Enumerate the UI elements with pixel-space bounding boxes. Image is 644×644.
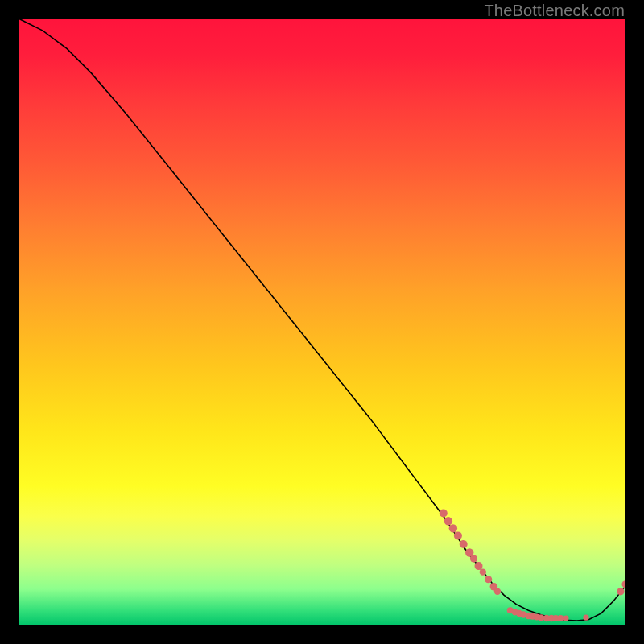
curve-marker (557, 615, 564, 621)
curve-marker (440, 510, 448, 518)
curve-marker (583, 615, 588, 621)
curve-marker (564, 616, 569, 621)
chart-frame (19, 19, 625, 625)
curve-marker (475, 562, 483, 570)
curve-marker (621, 580, 625, 588)
curve-marker (470, 555, 477, 562)
curve-marker (485, 576, 492, 583)
curve-marker (449, 524, 457, 532)
chart-overlay (19, 19, 625, 625)
curve-marker (444, 517, 452, 525)
curve-marker (460, 540, 468, 548)
curve-marker (454, 531, 462, 539)
attribution-text: TheBottleneck.com (484, 2, 625, 20)
plot-area (19, 19, 625, 625)
curve-markers (440, 510, 625, 622)
curve-marker (494, 588, 501, 595)
curve-marker (480, 568, 486, 575)
curve-marker (617, 588, 624, 595)
bottleneck-curve (19, 19, 625, 621)
